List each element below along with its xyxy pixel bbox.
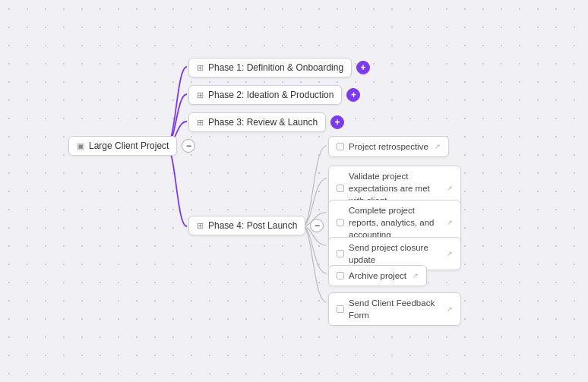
phase4-grid-icon: ⊞ [197,221,204,231]
task5-label: Archive project [349,270,406,282]
task1-checkbox[interactable] [337,143,344,150]
task6-box[interactable]: Send Client Feedback Form ↗ [328,292,461,326]
task2-expand-icon[interactable]: ↗ [447,184,453,194]
root-label: Large Client Project [89,140,169,151]
phase4-node: ⊞ Phase 4: Post Launch − [188,216,324,235]
task1-box[interactable]: Project retrospective ↗ [328,136,449,157]
phase1-add-button[interactable]: + [356,61,370,74]
phase3-add-button[interactable]: + [330,115,344,129]
task1-node: Project retrospective ↗ [328,136,449,157]
phase1-add-icon: + [361,62,366,73]
phase2-grid-icon: ⊞ [197,90,204,100]
phase2-box[interactable]: ⊞ Phase 2: Ideation & Production [188,85,342,105]
task5-expand-icon[interactable]: ↗ [413,271,419,281]
task5-node: Archive project ↗ [328,265,427,286]
task6-checkbox[interactable] [337,305,344,313]
phase2-node: ⊞ Phase 2: Ideation & Production + [188,85,360,105]
task4-checkbox[interactable] [337,250,344,257]
phase2-label: Phase 2: Ideation & Production [208,90,334,100]
phase4-expand-button[interactable]: − [310,219,324,232]
phase3-add-icon: + [335,117,340,128]
task3-expand-icon[interactable]: ↗ [447,218,453,228]
task6-expand-icon[interactable]: ↗ [447,305,453,314]
phase3-box[interactable]: ⊞ Phase 3: Review & Launch [188,112,326,132]
root-expand-button[interactable]: − [182,139,195,153]
phase4-box[interactable]: ⊞ Phase 4: Post Launch [188,216,305,235]
phase2-add-button[interactable]: + [346,88,360,102]
phase1-label: Phase 1: Definition & Onboarding [208,62,343,73]
phase1-grid-icon: ⊞ [197,63,204,73]
task3-checkbox[interactable] [337,219,344,226]
phase4-label: Phase 4: Post Launch [208,220,297,231]
phase3-grid-icon: ⊞ [197,118,204,128]
root-node-box[interactable]: ▣ Large Client Project [68,136,177,156]
task4-label: Send project closure update [349,242,441,266]
task2-checkbox[interactable] [337,185,344,192]
task1-expand-icon[interactable]: ↗ [435,142,441,152]
task5-checkbox[interactable] [337,272,344,279]
task6-label: Send Client Feedback Form [349,297,441,321]
phase1-box[interactable]: ⊞ Phase 1: Definition & Onboarding [188,58,352,77]
phase3-node: ⊞ Phase 3: Review & Launch + [188,112,344,132]
task6-node: Send Client Feedback Form ↗ [328,292,461,326]
root-expand-icon: − [186,140,191,151]
task4-expand-icon[interactable]: ↗ [447,249,453,259]
task1-label: Project retrospective [349,140,428,153]
phase4-expand-icon: − [315,220,320,231]
phase1-node: ⊞ Phase 1: Definition & Onboarding + [188,58,370,77]
task3-label: Complete project reports, analytics, and… [349,204,441,241]
root-node: ▣ Large Client Project − [68,136,195,156]
phase2-add-icon: + [351,90,356,100]
phase3-label: Phase 3: Review & Launch [208,117,318,128]
folder-icon: ▣ [77,141,84,151]
task5-box[interactable]: Archive project ↗ [328,265,427,286]
